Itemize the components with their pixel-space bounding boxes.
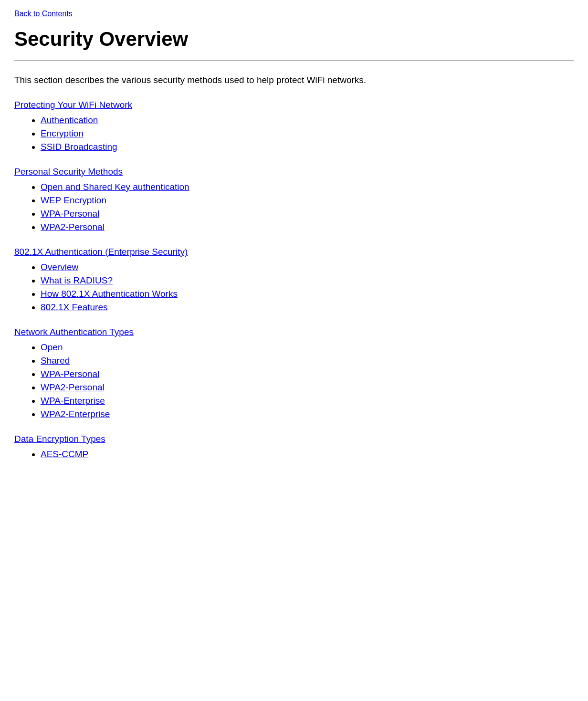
section-list-personal-security: Open and Shared Key authenticationWEP En… (41, 182, 574, 232)
list-item-link-wpa2-personal[interactable]: WPA2-Personal (41, 222, 105, 232)
list-item-link-open[interactable]: Open (41, 342, 63, 352)
list-item-link-wpa-personal-net[interactable]: WPA-Personal (41, 369, 99, 379)
list-item-link-open-shared-key[interactable]: Open and Shared Key authentication (41, 182, 189, 192)
list-item-link-aes-ccmp[interactable]: AES-CCMP (41, 449, 88, 459)
page-title: Security Overview (14, 28, 574, 51)
list-item-link-wep-encryption[interactable]: WEP Encryption (41, 195, 106, 205)
section-list-enterprise-security: OverviewWhat is RADIUS?How 802.1X Authen… (41, 262, 574, 313)
list-item-link-8021x-features[interactable]: 802.1X Features (41, 302, 107, 312)
list-item-what-is-radius: What is RADIUS? (41, 275, 574, 286)
section-link-protecting-your-wifi[interactable]: Protecting Your WiFi Network (14, 100, 574, 110)
list-item-how-8021x-works: How 802.1X Authentication Works (41, 289, 574, 299)
list-item-link-shared[interactable]: Shared (41, 356, 70, 366)
list-item-overview: Overview (41, 262, 574, 272)
sections-container: Protecting Your WiFi NetworkAuthenticati… (14, 100, 574, 460)
section-list-data-encryption-types: AES-CCMP (41, 449, 574, 460)
list-item-link-wpa2-enterprise[interactable]: WPA2-Enterprise (41, 409, 110, 419)
list-item-link-authentication[interactable]: Authentication (41, 115, 98, 125)
list-item-shared: Shared (41, 356, 574, 366)
list-item-link-wpa2-personal-net[interactable]: WPA2-Personal (41, 382, 105, 392)
list-item-link-overview[interactable]: Overview (41, 262, 78, 272)
list-item-link-wpa-personal[interactable]: WPA-Personal (41, 209, 99, 219)
section-list-network-auth-types: OpenSharedWPA-Personal WPA2-Personal WPA… (41, 342, 574, 419)
intro-paragraph: This section describes the various secur… (14, 75, 574, 85)
list-item-aes-ccmp: AES-CCMP (41, 449, 574, 460)
section-group-protecting-your-wifi: Protecting Your WiFi NetworkAuthenticati… (14, 100, 574, 152)
list-item-open-shared-key: Open and Shared Key authentication (41, 182, 574, 192)
list-item-8021x-features: 802.1X Features (41, 302, 574, 313)
list-item-link-wpa-enterprise[interactable]: WPA-Enterprise (41, 396, 105, 406)
list-item-link-how-8021x-works[interactable]: How 802.1X Authentication Works (41, 289, 178, 299)
list-item-open: Open (41, 342, 574, 353)
list-item-wep-encryption: WEP Encryption (41, 195, 574, 206)
list-item-link-what-is-radius[interactable]: What is RADIUS? (41, 275, 113, 285)
section-link-enterprise-security[interactable]: 802.1X Authentication (Enterprise Securi… (14, 247, 574, 257)
list-item-wpa2-personal-net: WPA2-Personal (41, 382, 574, 393)
list-item-link-ssid-broadcasting[interactable]: SSID Broadcasting (41, 142, 117, 152)
divider (14, 60, 574, 61)
section-group-data-encryption-types: Data Encryption Types AES-CCMP (14, 434, 574, 460)
list-item-link-encryption[interactable]: Encryption (41, 128, 84, 138)
list-item-wpa2-enterprise: WPA2-Enterprise (41, 409, 574, 419)
section-link-network-auth-types[interactable]: Network Authentication Types (14, 327, 574, 337)
section-group-enterprise-security: 802.1X Authentication (Enterprise Securi… (14, 247, 574, 313)
list-item-wpa2-personal: WPA2-Personal (41, 222, 574, 232)
section-group-personal-security: Personal Security Methods Open and Share… (14, 167, 574, 232)
section-group-network-auth-types: Network Authentication Types OpenSharedW… (14, 327, 574, 419)
section-list-protecting-your-wifi: AuthenticationEncryptionSSID Broadcastin… (41, 115, 574, 152)
section-link-data-encryption-types[interactable]: Data Encryption Types (14, 434, 574, 444)
back-to-contents-link[interactable]: Back to Contents (14, 10, 574, 18)
list-item-wpa-personal-net: WPA-Personal (41, 369, 574, 379)
section-link-personal-security[interactable]: Personal Security Methods (14, 167, 574, 177)
list-item-encryption: Encryption (41, 128, 574, 139)
list-item-wpa-enterprise: WPA-Enterprise (41, 396, 574, 406)
list-item-ssid-broadcasting: SSID Broadcasting (41, 142, 574, 152)
list-item-authentication: Authentication (41, 115, 574, 126)
list-item-wpa-personal: WPA-Personal (41, 209, 574, 219)
